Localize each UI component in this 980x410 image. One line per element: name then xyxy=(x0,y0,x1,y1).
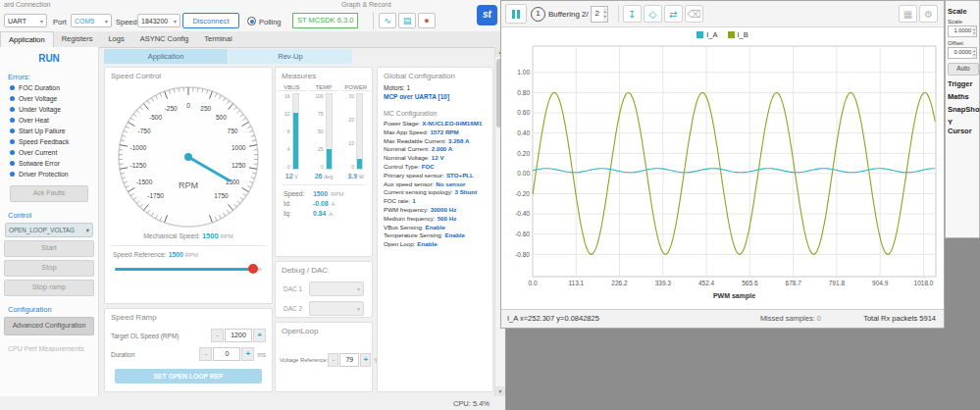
trigger-section-header[interactable]: Trigger xyxy=(948,79,977,88)
motors-count: Motors: 1 xyxy=(384,84,487,91)
tab-application[interactable]: Application xyxy=(0,31,54,47)
voltage-reference-value[interactable]: 79 xyxy=(339,353,359,367)
config-item-label: Open Loop: xyxy=(384,240,415,247)
chart-options-icon[interactable]: ▦ xyxy=(899,5,917,23)
config-item: Nominal Voltage:12 V xyxy=(384,154,487,163)
scale-input[interactable]: 1.0000 ▴ ▾ xyxy=(948,26,977,37)
svg-text:1.00: 1.00 xyxy=(517,69,530,76)
spinner-arrows[interactable]: ▴ ▾ xyxy=(972,48,976,58)
offset-label: Offset xyxy=(948,40,977,46)
legend-item-i_a[interactable]: I_A xyxy=(696,30,717,39)
slider-fill xyxy=(115,268,253,271)
uart-select-value: UART xyxy=(8,18,26,25)
openloop-panel: OpenLoop Voltage Reference: - 79 + % xyxy=(275,322,373,392)
measure-gauge-reading: 12 V xyxy=(277,173,306,179)
erase-icon[interactable]: ⌫ xyxy=(685,5,703,23)
mechanical-speed-unit: RPM xyxy=(220,233,232,239)
duration-increment-button[interactable]: + xyxy=(241,347,254,361)
y-cursor-section-header[interactable]: Y Cursor xyxy=(948,118,977,135)
duration-value[interactable]: 0 xyxy=(213,347,240,361)
swap-axes-icon[interactable]: ⇄ xyxy=(664,5,683,23)
record-icon[interactable]: ● xyxy=(418,13,436,28)
config-item-label: Primary speed sensor: xyxy=(384,172,444,179)
plot-area[interactable]: 1.000.800.600.400.200.00-0.20-0.40-0.60-… xyxy=(501,42,946,316)
measure-gauge-body: 1007550250 xyxy=(309,93,338,170)
disconnect-button[interactable]: Disconnect xyxy=(182,13,239,28)
scope-toolbar: 1 Buffering 2/ 2 ▴ ▾ ↧ ◇ ⇄ ⌫ ▦ ⚙ xyxy=(501,1,944,27)
dac1-select[interactable]: ▾ xyxy=(309,282,364,296)
svg-text:250: 250 xyxy=(200,105,211,112)
control-mode-select[interactable]: OPEN_LOOP_VOLTAG ▾ xyxy=(5,223,93,237)
svg-text:0.0: 0.0 xyxy=(528,280,537,286)
scale-label: Scale xyxy=(948,19,977,25)
speed-reference-label: Speed Reference: xyxy=(113,251,167,258)
scope-plot: 1.000.800.600.400.200.00-0.20-0.40-0.60-… xyxy=(501,42,946,312)
toolbar-separator xyxy=(618,5,619,23)
slider-knob[interactable] xyxy=(248,264,258,274)
duration-decrement-button[interactable]: - xyxy=(199,347,212,361)
spinner-arrows[interactable]: ▴ ▾ xyxy=(972,26,976,36)
baud-select[interactable]: 1843200 ▾ xyxy=(137,14,181,27)
voltage-decrement-button[interactable]: - xyxy=(328,353,338,367)
measure-gauge-name: POWER xyxy=(341,84,371,91)
spin-down-icon[interactable]: ▾ xyxy=(973,53,975,57)
measure-gauge-body: 1612840 xyxy=(277,93,306,170)
measure-gauge-ticks: 1007550250 xyxy=(315,93,323,170)
gauge-tick-label: 30 xyxy=(348,93,354,99)
target-speed-increment-button[interactable]: + xyxy=(253,329,266,342)
error-status-dot xyxy=(10,172,15,177)
auto-scale-button[interactable]: Auto xyxy=(948,63,979,76)
target-speed-decrement-button[interactable]: - xyxy=(211,329,224,342)
speed-reference-slider[interactable] xyxy=(115,264,262,274)
control-stop-button[interactable]: Stop xyxy=(4,260,94,277)
settings-gear-icon[interactable]: ⚙ xyxy=(919,5,938,23)
plot-legend: I_AI_B xyxy=(501,27,944,42)
mcp-link[interactable]: MCP over UARTA [10] xyxy=(384,93,487,100)
snapshot-section-header[interactable]: SnapShot xyxy=(948,105,977,114)
config-item-label: Max Readable Current: xyxy=(384,137,446,144)
voltage-increment-button[interactable]: + xyxy=(360,353,371,367)
buffer-count-spinner[interactable]: 2 ▴ ▾ xyxy=(591,6,608,23)
advanced-configuration-button[interactable]: Advanced Configuration xyxy=(4,317,94,335)
id-measure-label: Id: xyxy=(284,200,313,207)
table-icon[interactable]: ▤ xyxy=(398,13,416,28)
offset-input[interactable]: 0.0000 ▴ ▾ xyxy=(948,47,977,59)
pause-button[interactable] xyxy=(505,4,527,24)
scroll-down-icon[interactable]: ▼ xyxy=(495,386,505,396)
gauge-tick-label: 0 xyxy=(315,164,323,170)
control-start-button[interactable]: Start xyxy=(4,240,94,257)
target-ol-speed-label: Target OL Speed (RPM) xyxy=(111,333,211,339)
dac2-select[interactable]: ▾ xyxy=(309,301,364,316)
error-item: FOC Duration xyxy=(10,83,98,93)
target-speed-value[interactable]: 1200 xyxy=(225,329,252,342)
tab-application[interactable]: Application xyxy=(104,49,228,64)
spinner-arrows[interactable]: ▴ ▾ xyxy=(603,7,607,22)
tab-registers[interactable]: Registers xyxy=(54,31,101,47)
set-open-loop-ref-button[interactable]: SET OPEN LOOP REF xyxy=(115,369,262,384)
control-stop-ramp-button[interactable]: Stop ramp xyxy=(4,280,94,296)
spin-down-icon[interactable]: ▾ xyxy=(973,31,975,35)
svg-text:-750: -750 xyxy=(137,128,150,134)
ack-faults-button[interactable]: Ack Faults xyxy=(10,185,88,202)
tab-terminal[interactable]: Terminal xyxy=(196,31,239,47)
maths-section-header[interactable]: Maths xyxy=(948,92,977,101)
config-item-value: STO+PLL xyxy=(446,172,474,179)
tab-async-config[interactable]: ASYNC Config xyxy=(132,31,197,47)
error-status-dot xyxy=(10,96,15,101)
tab-logs[interactable]: Logs xyxy=(100,31,131,47)
graph-icon[interactable]: ∿ xyxy=(379,13,396,28)
cursor-readout: I_A x=252.307 y=0.0842825 xyxy=(507,314,599,323)
spin-down-icon[interactable]: ▾ xyxy=(604,14,606,19)
polling-radio[interactable] xyxy=(247,17,256,26)
port-select[interactable]: COM5 ▾ xyxy=(71,14,112,27)
legend-item-i_b[interactable]: I_B xyxy=(728,30,748,39)
chevron-down-icon: ▾ xyxy=(357,305,360,312)
uart-select[interactable]: UART ▾ xyxy=(4,14,47,27)
tab-rev-up[interactable]: Rev-Up xyxy=(229,49,352,64)
config-item-label: Aux speed sensor: xyxy=(384,180,434,187)
download-icon[interactable]: ↧ xyxy=(623,5,642,23)
measure-gauge-power: POWER30201003.9 W xyxy=(341,84,371,179)
error-status-dot xyxy=(10,139,15,144)
marker-icon[interactable]: ◇ xyxy=(644,5,662,23)
main-content: Application Rev-Up Speed Control -1750-1… xyxy=(98,47,495,396)
